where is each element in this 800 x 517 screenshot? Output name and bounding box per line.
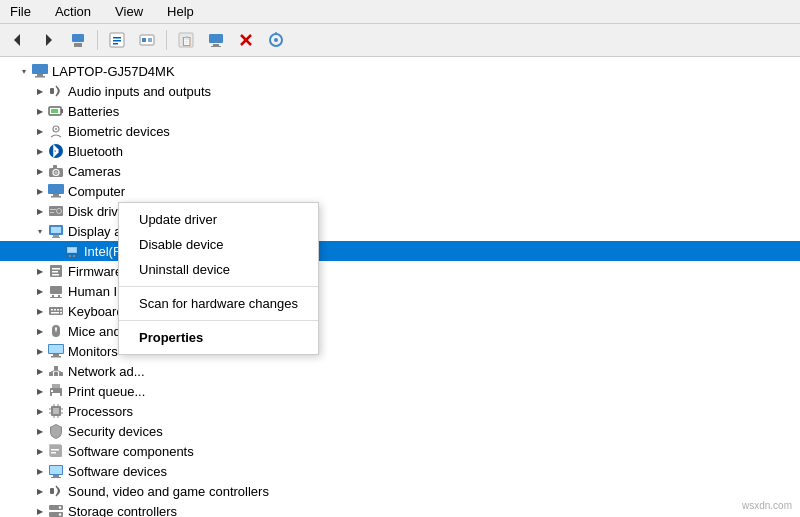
context-scan-hardware[interactable]: Scan for hardware changes [119, 291, 318, 316]
menu-action[interactable]: Action [49, 2, 97, 21]
properties-view-button[interactable] [103, 27, 131, 53]
tree-item-computer[interactable]: ▶ Computer [0, 181, 800, 201]
audio-icon [48, 83, 64, 99]
security-label: Security devices [68, 424, 163, 439]
sound-expander[interactable]: ▶ [32, 483, 48, 499]
svg-rect-50 [73, 255, 75, 257]
svg-rect-103 [50, 488, 54, 494]
gpu-expander [48, 243, 64, 259]
computer-label: Computer [68, 184, 125, 199]
computer-expander[interactable]: ▶ [32, 183, 48, 199]
human-expander[interactable]: ▶ [32, 283, 48, 299]
disk-expander[interactable]: ▶ [32, 203, 48, 219]
menu-help[interactable]: Help [161, 2, 200, 21]
show-hidden-button[interactable] [133, 27, 161, 53]
batteries-expander[interactable]: ▶ [32, 103, 48, 119]
tree-root[interactable]: ▾ LAPTOP-GJ57D4MK [0, 61, 800, 81]
audio-expander[interactable]: ▶ [32, 83, 48, 99]
svg-rect-54 [52, 274, 59, 276]
tree-item-batteries[interactable]: ▶ Batteries [0, 101, 800, 121]
svg-rect-49 [69, 255, 71, 257]
svg-rect-45 [52, 237, 60, 238]
biometric-expander[interactable]: ▶ [32, 123, 48, 139]
root-expander[interactable]: ▾ [16, 63, 32, 79]
svg-rect-56 [52, 295, 54, 297]
svg-rect-102 [51, 477, 61, 478]
svg-rect-34 [53, 165, 57, 168]
processors-expander[interactable]: ▶ [32, 403, 48, 419]
computer-button[interactable] [202, 27, 230, 53]
monitors-label: Monitors [68, 344, 118, 359]
up-button[interactable] [64, 27, 92, 53]
svg-rect-5 [113, 37, 121, 39]
tree-item-security[interactable]: ▶ Security devices [0, 421, 800, 441]
firmware-icon [48, 263, 64, 279]
tree-item-software-comp[interactable]: ▶ Software components [0, 441, 800, 461]
context-properties[interactable]: Properties [119, 325, 318, 350]
menu-file[interactable]: File [4, 2, 37, 21]
remove-button[interactable] [232, 27, 260, 53]
cameras-label: Cameras [68, 164, 121, 179]
tree-item-bluetooth[interactable]: ▶ Bluetooth [0, 141, 800, 161]
monitors-icon [48, 343, 64, 359]
storage-icon [48, 503, 64, 517]
svg-rect-27 [51, 109, 58, 113]
tree-item-software-dev[interactable]: ▶ Software devices [0, 461, 800, 481]
svg-point-29 [55, 128, 57, 130]
batteries-label: Batteries [68, 104, 119, 119]
print-label: Print queue... [68, 384, 145, 399]
tree-item-audio[interactable]: ▶ Audio inputs and outputs [0, 81, 800, 101]
context-sep-1 [119, 286, 318, 287]
audio-label: Audio inputs and outputs [68, 84, 211, 99]
context-disable-device[interactable]: Disable device [119, 232, 318, 257]
scan-button[interactable] [262, 27, 290, 53]
tree-item-sound[interactable]: ▶ Sound, video and game controllers [0, 481, 800, 501]
svg-rect-37 [51, 196, 61, 198]
tree-item-biometric[interactable]: ▶ Biometric devices [0, 121, 800, 141]
bluetooth-expander[interactable]: ▶ [32, 143, 48, 159]
svg-rect-55 [50, 286, 62, 294]
tree-item-processors[interactable]: ▶ Processors [0, 401, 800, 421]
svg-rect-48 [68, 248, 76, 252]
keyboards-expander[interactable]: ▶ [32, 303, 48, 319]
mice-icon [48, 323, 64, 339]
tree-item-network[interactable]: ▶ Network ad... [0, 361, 800, 381]
update-driver-button[interactable]: 📋 [172, 27, 200, 53]
print-expander[interactable]: ▶ [32, 383, 48, 399]
svg-rect-53 [52, 271, 58, 273]
processors-label: Processors [68, 404, 133, 419]
svg-line-80 [56, 370, 61, 372]
context-update-driver[interactable]: Update driver [119, 207, 318, 232]
main-area: ▾ LAPTOP-GJ57D4MK ▶ Audio inp [0, 57, 800, 517]
toolbar-sep-1 [97, 30, 98, 50]
svg-point-107 [59, 513, 61, 515]
software-comp-expander[interactable]: ▶ [32, 443, 48, 459]
context-menu: Update driver Disable device Uninstall d… [118, 202, 319, 355]
tree-item-cameras[interactable]: ▶ Cameras [0, 161, 800, 181]
monitors-expander[interactable]: ▶ [32, 343, 48, 359]
svg-point-69 [55, 328, 57, 330]
keyboards-icon [48, 303, 64, 319]
cameras-expander[interactable]: ▶ [32, 163, 48, 179]
menu-view[interactable]: View [109, 2, 149, 21]
svg-rect-77 [54, 366, 58, 370]
svg-rect-75 [54, 372, 58, 376]
svg-rect-74 [49, 372, 53, 376]
display-expander[interactable]: ▾ [32, 223, 48, 239]
firmware-expander[interactable]: ▶ [32, 263, 48, 279]
svg-rect-59 [49, 307, 63, 315]
back-button[interactable] [4, 27, 32, 53]
tree-item-storage[interactable]: ▶ Storage controllers [0, 501, 800, 517]
security-expander[interactable]: ▶ [32, 423, 48, 439]
tree-item-print[interactable]: ▶ Print queue... [0, 381, 800, 401]
security-icon [48, 423, 64, 439]
mice-expander[interactable]: ▶ [32, 323, 48, 339]
forward-button[interactable] [34, 27, 62, 53]
svg-rect-61 [54, 309, 56, 311]
context-uninstall-device[interactable]: Uninstall device [119, 257, 318, 282]
software-dev-expander[interactable]: ▶ [32, 463, 48, 479]
svg-rect-62 [57, 309, 59, 311]
storage-expander[interactable]: ▶ [32, 503, 48, 517]
network-expander[interactable]: ▶ [32, 363, 48, 379]
svg-rect-73 [51, 356, 61, 358]
